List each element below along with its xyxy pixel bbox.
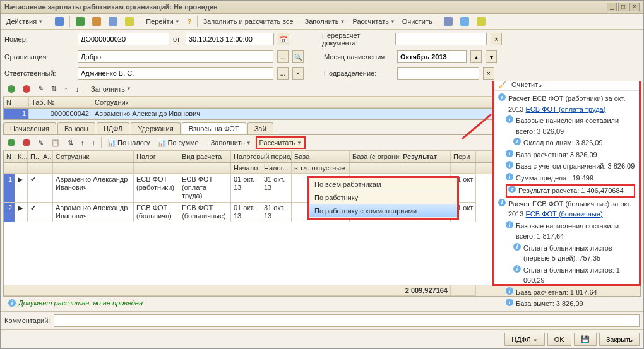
comment-item: iБаза расчетная: 1 817,64 bbox=[506, 287, 635, 298]
fill-calc-all-button[interactable]: Заполнить и рассчитать все bbox=[200, 16, 295, 27]
comment-link[interactable]: ЕСВ ФОТ (оплата труда) bbox=[526, 105, 606, 113]
eraser-icon[interactable]: 🧹 bbox=[498, 81, 507, 88]
tab-deductions[interactable]: Удержания bbox=[131, 122, 180, 134]
popup-all-employees[interactable]: По всем работникам bbox=[309, 178, 457, 191]
ndfl-button[interactable]: НДФЛ ▼ bbox=[504, 333, 544, 346]
structure-icon[interactable] bbox=[122, 15, 137, 28]
detail-copy-icon[interactable]: 📋 bbox=[48, 137, 63, 149]
clear-button[interactable]: Очистить bbox=[400, 16, 435, 27]
recalc-input[interactable] bbox=[395, 33, 487, 45]
detail-delete-icon[interactable] bbox=[20, 137, 33, 148]
date-picker-button[interactable]: 📅 bbox=[278, 33, 289, 45]
action-icon[interactable] bbox=[474, 15, 489, 28]
dcol-taxcol[interactable]: Налог... bbox=[261, 163, 292, 174]
report-icon[interactable] bbox=[457, 15, 472, 28]
main-toolbar: Действия ▼ Перейти ▼ ? Заполнить и рассч… bbox=[1, 14, 643, 30]
info-icon: i bbox=[498, 93, 506, 101]
col-tab[interactable]: Таб. № bbox=[29, 97, 92, 108]
footer-buttons: НДФЛ ▼ OK 💾 Закрыть bbox=[1, 329, 643, 348]
move-down-icon[interactable]: ↓ bbox=[73, 83, 83, 95]
month-up-button[interactable]: ▴ bbox=[470, 50, 482, 63]
popup-by-employee-comments[interactable]: По работнику с комментариями bbox=[309, 204, 457, 218]
minimize-button[interactable]: _ bbox=[607, 3, 617, 11]
resp-clear-button[interactable]: × bbox=[292, 67, 304, 80]
resp-label: Ответственный: bbox=[4, 69, 74, 77]
comments-list: iРасчет ЕСВ ФОТ (работники) за окт. 2013… bbox=[494, 91, 639, 311]
by-sum-button[interactable]: 📊 По сумме bbox=[154, 137, 201, 149]
maximize-button[interactable]: □ bbox=[618, 3, 628, 11]
movements-icon[interactable] bbox=[105, 15, 121, 28]
tab-contributions[interactable]: Взносы bbox=[57, 122, 95, 134]
recalc-label: Перерасчет документа: bbox=[322, 32, 391, 47]
popup-by-employee[interactable]: По работнику bbox=[309, 191, 457, 204]
close-button[interactable]: × bbox=[629, 3, 640, 11]
comment-bar: Комментарий: bbox=[1, 311, 643, 329]
actions-menu[interactable]: Действия ▼ bbox=[3, 16, 46, 27]
resp-select-button[interactable]: ... bbox=[277, 67, 289, 80]
dept-clear-button[interactable]: × bbox=[483, 67, 494, 80]
calculate-menu[interactable]: Рассчитать ▼ bbox=[350, 16, 398, 27]
fill-grid-menu[interactable]: Заполнить ▼ bbox=[88, 83, 134, 95]
save-icon[interactable] bbox=[52, 15, 67, 28]
info-icon: i bbox=[8, 299, 16, 307]
detail-fill-menu[interactable]: Заполнить ▼ bbox=[208, 137, 254, 148]
calc-icon[interactable] bbox=[441, 15, 456, 28]
number-input[interactable] bbox=[78, 33, 169, 45]
detail-add-icon[interactable] bbox=[4, 137, 18, 148]
close-footer-button[interactable]: Закрыть bbox=[599, 333, 640, 346]
org-select-button[interactable]: ... bbox=[277, 50, 289, 63]
comment-item: iОплата больничных листов (первые 5 дней… bbox=[513, 243, 635, 264]
dcol-n[interactable]: N bbox=[4, 151, 15, 162]
dcol-k[interactable]: К... bbox=[15, 151, 28, 162]
detail-edit-icon[interactable]: ✎ bbox=[35, 137, 47, 149]
delete-icon[interactable] bbox=[20, 83, 33, 95]
dcol-a[interactable]: А... bbox=[40, 151, 53, 162]
tab-loans[interactable]: Зай bbox=[247, 122, 273, 134]
org-open-button[interactable]: 🔍 bbox=[292, 50, 304, 63]
dept-input[interactable] bbox=[397, 67, 479, 80]
dcol-start[interactable]: Начало bbox=[231, 163, 261, 174]
dcol-vacation[interactable]: в т.ч. отпускные bbox=[292, 163, 350, 174]
date-input[interactable] bbox=[186, 33, 274, 45]
add-icon[interactable] bbox=[4, 83, 18, 95]
detail-down-icon[interactable]: ↓ bbox=[89, 137, 99, 148]
ok-button[interactable]: OK bbox=[547, 333, 571, 346]
by-tax-button[interactable]: 📊 По налогу bbox=[104, 137, 153, 149]
dcol-period[interactable]: Пери bbox=[451, 151, 476, 162]
resp-input[interactable] bbox=[78, 67, 273, 80]
comment-link[interactable]: ЕСВ ФОТ (больничные) bbox=[526, 210, 603, 218]
sort-icon[interactable]: ⇅ bbox=[48, 83, 60, 95]
month-input[interactable] bbox=[397, 50, 467, 63]
col-n[interactable]: N bbox=[4, 97, 29, 108]
comment-input[interactable] bbox=[54, 314, 640, 327]
recalc-clear-button[interactable]: × bbox=[491, 33, 502, 45]
comment-item: iБазовые начисления составили всего: 1 8… bbox=[506, 221, 635, 242]
dcol-result[interactable]: Результат bbox=[400, 151, 451, 162]
detail-calculate-menu[interactable]: Рассчитать ▼ bbox=[256, 136, 306, 149]
save-button[interactable]: 💾 bbox=[574, 333, 597, 346]
dcol-base[interactable]: База bbox=[292, 151, 350, 162]
edit-icon[interactable]: ✎ bbox=[35, 83, 47, 95]
dcol-p[interactable]: П... bbox=[28, 151, 40, 162]
tab-accruals[interactable]: Начисления bbox=[3, 122, 56, 134]
dcol-calc-type[interactable]: Вид расчета bbox=[179, 151, 231, 162]
post-icon[interactable] bbox=[73, 15, 88, 28]
dcol-employee[interactable]: Сотрудник bbox=[53, 151, 134, 162]
dcol-tax-period[interactable]: Налоговый период bbox=[231, 151, 292, 162]
tab-fot[interactable]: Взносы на ФОТ bbox=[182, 122, 246, 134]
tab-ndfl[interactable]: НДФЛ bbox=[97, 122, 129, 134]
comments-clear-button[interactable]: Очистить bbox=[509, 81, 544, 90]
detail-sort-icon[interactable]: ⇅ bbox=[64, 137, 76, 149]
unpost-icon[interactable] bbox=[89, 15, 104, 28]
org-input[interactable] bbox=[78, 50, 273, 63]
titlebar: Начисление зарплаты работникам организац… bbox=[1, 1, 643, 14]
dcol-base-limit[interactable]: База (с ограничением) bbox=[350, 151, 400, 162]
month-down-button[interactable]: ▾ bbox=[486, 50, 497, 63]
dcol-tax[interactable]: Налог bbox=[134, 151, 179, 162]
goto-menu[interactable]: Перейти ▼ bbox=[143, 16, 183, 27]
detail-up-icon[interactable]: ↑ bbox=[78, 137, 88, 148]
fill-menu[interactable]: Заполнить ▼ bbox=[302, 16, 349, 27]
info-icon: i bbox=[513, 138, 521, 145]
help-icon[interactable]: ? bbox=[184, 16, 195, 27]
move-up-icon[interactable]: ↑ bbox=[61, 83, 71, 95]
